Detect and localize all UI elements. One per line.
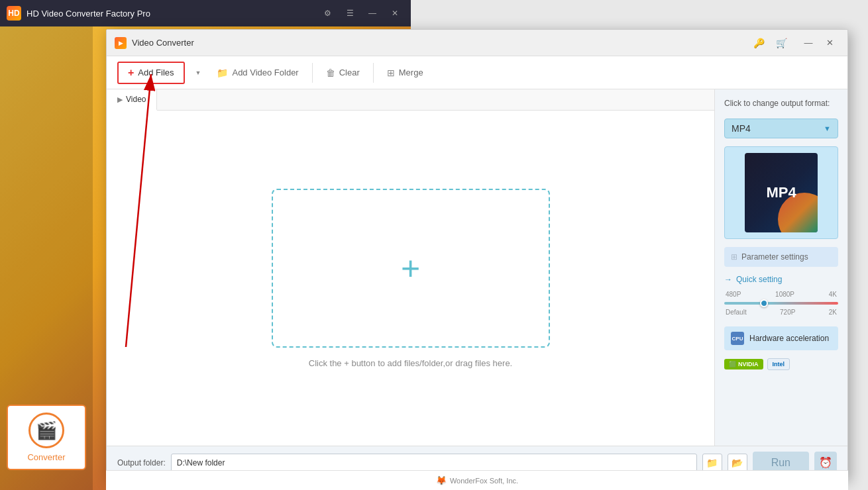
format-preview: MP4 [724,146,838,239]
quality-720p: 720P [780,309,795,316]
bg-settings-btn[interactable]: ⚙ [318,4,337,23]
gpu-badges: 🟩 NVIDIA Intel [724,358,838,370]
toolbar: + Add Files ▼ 📁 Add Video Folder 🗑 Clear… [107,56,847,89]
window-titlebar: ▶ Video Converter 🔑 🛒 — ✕ [107,30,847,56]
right-panel: Click to change output format: MP4 ▼ MP4… [715,89,847,446]
quality-slider-track [724,302,838,305]
merge-icon: ⊞ [387,68,395,78]
bg-minimize-btn[interactable]: — [363,4,382,23]
folder-video-icon: 📁 [217,68,228,78]
param-settings-label: Parameter settings [741,252,808,262]
clear-label: Clear [339,68,360,77]
format-change-label: Click to change output format: [724,99,838,108]
add-video-folder-label: Add Video Folder [232,68,298,77]
brand-icon: 🦊 [436,475,447,485]
hw-accel-button[interactable]: CPU Hardware acceleration [724,326,838,350]
nvidia-label: NVIDIA [738,361,759,368]
bg-app-controls: ⚙ ☰ — ✕ [318,4,404,23]
main-window: ▶ Video Converter 🔑 🛒 — ✕ + Add Files ▼ … [106,29,848,479]
cart-button[interactable]: 🛒 [771,33,792,53]
video-panel: ▶ Video + Click the + button to add file… [107,89,715,446]
converter-icon: 🎬 [36,420,57,441]
merge-button[interactable]: ⊞ Merge [379,64,431,82]
brand-label: WonderFox Soft, Inc. [450,477,518,485]
brand-bar: 🦊 WonderFox Soft, Inc. [106,470,848,490]
minimize-button[interactable]: — [798,33,818,53]
bg-app-title: HD Video Converter Factory Pro [27,9,313,19]
video-tab-icon: ▶ [117,95,123,104]
intel-badge: Intel [767,358,790,370]
video-tab-label: Video [126,95,146,104]
quality-4k: 4K [829,291,837,298]
param-settings-button[interactable]: ⊞ Parameter settings [724,247,838,267]
quick-setting-label: Quick setting [736,275,782,284]
titlebar-util-icons: 🔑 🛒 [748,33,792,53]
bg-sidebar: 🎬 Converter [0,26,93,490]
bg-menu-btn[interactable]: ☰ [341,4,359,23]
window-title: Video Converter [132,38,748,48]
format-selector[interactable]: MP4 ▼ [724,119,838,138]
open-folder-button[interactable]: 📂 [728,454,747,472]
bg-app-icon: HD [7,6,21,21]
content-area: ▶ Video + Click the + button to add file… [107,89,847,446]
nvidia-icon: 🟩 [729,361,736,368]
param-settings-icon: ⊞ [731,252,737,262]
output-path-input[interactable] [171,454,697,472]
add-video-folder-dropdown[interactable]: ▼ [188,66,207,80]
quality-slider-container: 480P 1080P 4K Default 720P 2K [724,288,838,318]
browse-folder-button[interactable]: 📁 [702,454,722,472]
plus-icon: + [128,67,134,79]
key-button[interactable]: 🔑 [748,33,769,53]
format-preview-inner: MP4 [745,153,818,232]
quality-default: Default [726,309,747,316]
quality-slider-thumb[interactable] [760,299,768,307]
clear-button[interactable]: 🗑 Clear [318,64,368,82]
window-controls: — ✕ [798,33,840,53]
close-button[interactable]: ✕ [820,33,840,53]
converter-label: Converter [27,452,65,462]
nvidia-badge: 🟩 NVIDIA [724,359,763,369]
bg-titlebar: HD HD Video Converter Factory Pro ⚙ ☰ — … [0,0,411,26]
quality-labels-top: 480P 1080P 4K [724,291,838,298]
toolbar-divider [312,63,313,83]
video-panel-tabs: ▶ Video [107,89,714,111]
add-video-folder-button[interactable]: 📁 Add Video Folder [209,64,306,82]
drop-zone[interactable]: + [272,189,550,348]
quality-480p: 480P [726,291,741,298]
format-selector-arrow-icon: ▼ [824,124,831,132]
format-preview-label: MP4 [766,184,796,201]
quick-setting-header: → Quick setting [724,275,838,284]
bg-close-btn[interactable]: ✕ [386,4,404,23]
hw-accel-label: Hardware acceleration [749,334,829,343]
drop-zone-container: + Click the + button to add files/folder… [107,111,714,446]
video-tab[interactable]: ▶ Video [107,89,157,111]
converter-icon-circle: 🎬 [28,413,64,448]
output-folder-label: Output folder: [117,458,166,467]
drop-hint: Click the + button to add files/folder,o… [309,358,512,368]
add-files-label: Add Files [138,68,174,77]
quality-1080p: 1080P [775,291,794,298]
quality-2k: 2K [829,309,837,316]
window-title-icon: ▶ [115,37,127,49]
dropdown-arrow-icon: ▼ [195,70,201,76]
sidebar-converter-item[interactable]: 🎬 Converter [7,405,86,470]
quick-setting-section: → Quick setting 480P 1080P 4K Default 72… [724,275,838,318]
clear-icon: 🗑 [326,68,335,78]
hw-chip-icon: CPU [731,332,744,345]
toolbar-divider-2 [373,63,374,83]
quality-labels-bottom: Default 720P 2K [724,309,838,316]
drop-zone-plus-icon: + [401,252,420,285]
format-selector-text: MP4 [732,123,751,134]
quick-setting-arrow-icon: → [724,275,732,284]
merge-label: Merge [399,68,423,77]
intel-label: Intel [773,361,785,368]
add-files-button[interactable]: + Add Files [117,62,185,84]
